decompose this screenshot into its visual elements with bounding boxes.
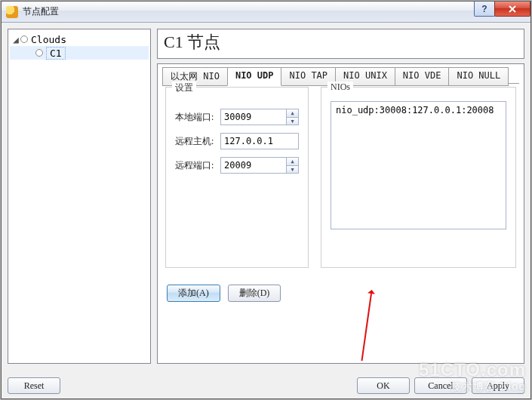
help-button[interactable]: ? — [474, 2, 495, 17]
nios-group: NIOs nio_udp:30008:127.0.0.1:20008 — [321, 87, 516, 268]
app-icon — [6, 6, 18, 18]
tree-label: C1 — [46, 47, 66, 60]
reset-button[interactable]: Reset — [8, 377, 60, 394]
list-item[interactable]: nio_udp:30008:127.0.0.1:20008 — [336, 105, 501, 115]
remote-host-input[interactable]: 127.0.0.1 — [220, 133, 299, 149]
remote-host-value: 127.0.0.1 — [224, 136, 273, 146]
tab-nio-null[interactable]: NIO NULL — [448, 67, 509, 86]
add-button[interactable]: 添加(A) — [167, 285, 220, 302]
button-label: 删除(D) — [239, 287, 270, 300]
titlebar: 节点配置 ? — [2, 2, 530, 23]
local-port-input[interactable]: 30009 ▲ ▼ — [220, 109, 299, 125]
cancel-button[interactable]: Cancel — [414, 377, 467, 394]
spin-down-icon[interactable]: ▼ — [287, 165, 298, 173]
node-icon — [35, 49, 43, 57]
tab-label: NIO NULL — [457, 70, 500, 81]
button-label: OK — [377, 380, 389, 392]
close-icon — [508, 5, 517, 13]
tree-item-clouds[interactable]: ◢ Clouds — [8, 32, 150, 46]
annotation-arrow-icon — [361, 294, 372, 361]
tab-label: NIO TAP — [289, 70, 328, 81]
tab-nio-udp[interactable]: NIO UDP — [227, 67, 282, 86]
local-port-label: 本地端口: — [175, 111, 220, 124]
spin-down-icon[interactable]: ▼ — [287, 117, 298, 125]
button-label: Cancel — [428, 380, 453, 392]
node-icon — [20, 35, 28, 43]
panel-header: C1 节点 — [157, 29, 524, 59]
remote-port-label: 远程端口: — [175, 159, 220, 172]
tree-panel[interactable]: ◢ Clouds C1 — [8, 29, 151, 364]
tab-label: 以太网 NIO — [171, 71, 220, 82]
tree-label: Clouds — [31, 34, 66, 45]
remote-port-input[interactable]: 20009 ▲ ▼ — [220, 157, 299, 174]
apply-button[interactable]: Apply — [472, 377, 524, 394]
nios-legend: NIOs — [328, 82, 353, 93]
button-label: Apply — [487, 380, 509, 392]
remote-host-label: 远程主机: — [175, 135, 220, 148]
button-label: 添加(A) — [178, 287, 209, 300]
collapse-icon[interactable]: ◢ — [13, 34, 20, 45]
panel-title: C1 节点 — [164, 31, 518, 54]
tab-label: NIO UDP — [235, 70, 274, 81]
close-button[interactable] — [494, 2, 530, 17]
spin-up-icon[interactable]: ▲ — [287, 158, 298, 165]
nios-listbox[interactable]: nio_udp:30008:127.0.0.1:20008 — [331, 101, 506, 229]
delete-button[interactable]: 删除(D) — [228, 285, 281, 302]
tab-nio-vde[interactable]: NIO VDE — [395, 67, 450, 86]
tree-item-c1[interactable]: C1 — [10, 46, 149, 60]
settings-group: 设置 本地端口: 30009 ▲ ▼ — [165, 87, 309, 268]
settings-legend: 设置 — [172, 82, 196, 94]
tab-area: 以太网 NIO NIO UDP NIO TAP NIO UNIX NIO VDE… — [157, 63, 524, 364]
ok-button[interactable]: OK — [357, 377, 410, 394]
window-title: 节点配置 — [23, 5, 59, 18]
remote-port-value: 20009 — [224, 160, 286, 171]
tab-label: NIO VDE — [403, 70, 441, 81]
tab-label: NIO UNIX — [343, 70, 387, 81]
spin-up-icon[interactable]: ▲ — [287, 109, 298, 117]
button-label: Reset — [24, 380, 45, 392]
local-port-value: 30009 — [224, 112, 286, 122]
